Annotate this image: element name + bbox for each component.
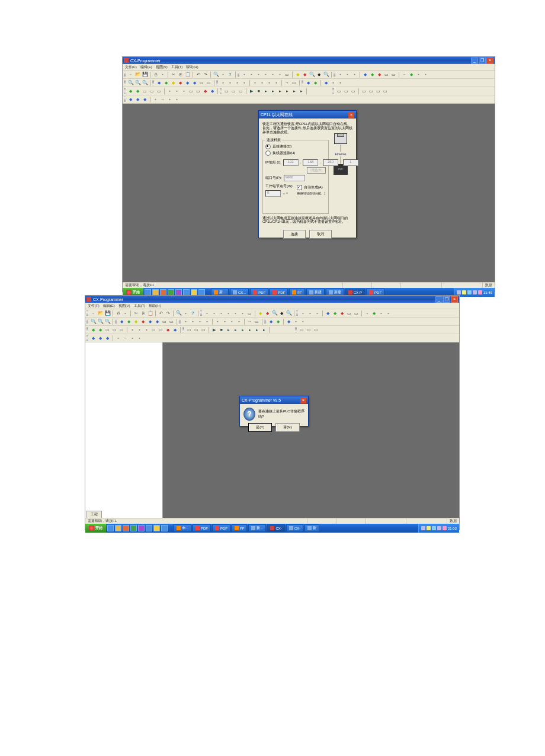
block-icon[interactable]: [254, 318, 260, 325]
search-icon[interactable]: [271, 310, 278, 316]
nav2-icon[interactable]: [134, 96, 141, 102]
func-icon[interactable]: [246, 310, 253, 316]
task-item[interactable]: 新...: [248, 524, 266, 532]
window-icon[interactable]: [383, 71, 390, 78]
insert-col-icon[interactable]: [266, 79, 272, 86]
set-icon[interactable]: [300, 318, 306, 325]
tray-icon[interactable]: [478, 290, 482, 294]
link-icon[interactable]: [337, 71, 344, 78]
online-icon[interactable]: [369, 71, 376, 78]
tray-icon[interactable]: [457, 290, 461, 294]
quicklaunch-icon[interactable]: [168, 289, 174, 296]
panel4-icon[interactable]: [140, 318, 146, 325]
contact-no-icon[interactable]: [241, 71, 248, 78]
paste-icon[interactable]: [147, 310, 153, 316]
error-icon[interactable]: [302, 71, 308, 78]
compare-icon[interactable]: [408, 71, 415, 78]
nav3-icon[interactable]: [104, 335, 111, 341]
coil-icon[interactable]: [255, 71, 262, 78]
panel6-icon[interactable]: [154, 318, 161, 325]
panel1-icon[interactable]: [156, 79, 162, 86]
sim3-icon[interactable]: [238, 88, 244, 94]
panel3-icon[interactable]: [170, 79, 177, 86]
transfer-icon[interactable]: [401, 71, 408, 78]
online-icon[interactable]: [332, 310, 338, 316]
zoom-in-icon[interactable]: [127, 79, 134, 86]
tray-icon[interactable]: [462, 290, 466, 294]
nav5-icon[interactable]: [122, 335, 129, 341]
upload-icon[interactable]: [378, 310, 384, 316]
nav6-icon[interactable]: [129, 335, 136, 341]
rung-left-icon[interactable]: [197, 318, 203, 325]
mem-icon[interactable]: [330, 79, 336, 86]
find-icon[interactable]: [213, 71, 219, 78]
align-icon[interactable]: [351, 71, 358, 78]
stop-icon[interactable]: [376, 71, 383, 78]
contact-no-icon[interactable]: [204, 310, 210, 316]
connect-button[interactable]: 连接: [283, 230, 306, 239]
coil-set-icon[interactable]: [225, 310, 232, 316]
contact-nc-icon[interactable]: [248, 71, 255, 78]
start-button[interactable]: 开始: [85, 524, 106, 533]
tray-icon[interactable]: [467, 290, 472, 294]
step-reset-icon[interactable]: [298, 88, 304, 94]
find-icon[interactable]: [175, 310, 182, 316]
step-end-icon[interactable]: [254, 326, 260, 333]
menu-view[interactable]: 视图(V): [118, 303, 130, 309]
delete-col-icon[interactable]: [236, 318, 242, 325]
rung-left-icon[interactable]: [234, 79, 241, 86]
quicklaunch-icon[interactable]: [152, 289, 159, 296]
trace-icon[interactable]: [150, 326, 157, 333]
force-on-icon[interactable]: [165, 326, 171, 333]
task-item[interactable]: FF: [232, 524, 247, 532]
tile-icon[interactable]: [353, 310, 360, 316]
grid-icon[interactable]: [344, 71, 351, 78]
tray-icon[interactable]: [443, 526, 447, 530]
open-icon[interactable]: [97, 310, 104, 316]
quicklaunch-icon[interactable]: [115, 525, 121, 531]
debug3-icon[interactable]: [104, 326, 111, 333]
step-over-icon[interactable]: [270, 88, 276, 94]
transfer-icon[interactable]: [364, 310, 370, 316]
bp-all-icon[interactable]: [143, 326, 150, 333]
vline-icon[interactable]: [239, 310, 246, 316]
tool-icon[interactable]: [220, 71, 226, 78]
step-in-icon[interactable]: [262, 88, 269, 94]
minimize-button[interactable]: _: [471, 57, 478, 64]
menu-view[interactable]: 视图(V): [156, 65, 168, 70]
search-icon[interactable]: [309, 71, 315, 78]
run-icon[interactable]: [248, 88, 255, 94]
task-item[interactable]: PDF: [212, 524, 230, 532]
task-item[interactable]: 新: [304, 524, 319, 532]
sim1-icon[interactable]: [186, 326, 193, 333]
block-icon[interactable]: [291, 79, 297, 86]
delete-row-icon[interactable]: [259, 79, 265, 86]
cut-icon[interactable]: [170, 71, 177, 78]
bp-icon[interactable]: [166, 88, 173, 94]
maximize-button[interactable]: ❐: [479, 57, 486, 64]
nav1-icon[interactable]: [90, 335, 97, 341]
task-item[interactable]: 未...: [174, 524, 191, 532]
quicklaunch-icon[interactable]: [175, 289, 182, 296]
task-item[interactable]: PDF: [193, 524, 211, 532]
workstation-input[interactable]: 0: [265, 190, 281, 197]
project-tab[interactable]: 工程: [86, 511, 102, 518]
mode-icon[interactable]: [325, 310, 331, 316]
hline-icon[interactable]: [270, 71, 276, 78]
step-reset-icon[interactable]: [261, 326, 267, 333]
extra5-icon[interactable]: [368, 88, 374, 94]
maximize-button[interactable]: ❐: [443, 296, 450, 303]
rung-up-icon[interactable]: [220, 79, 226, 86]
set-icon[interactable]: [337, 79, 344, 86]
tray-icon[interactable]: [473, 290, 477, 294]
zoom-in-icon[interactable]: [90, 318, 97, 325]
panel5-icon[interactable]: [184, 79, 191, 86]
debug4-icon[interactable]: [111, 326, 118, 333]
help-icon[interactable]: [190, 310, 196, 316]
monitor-icon[interactable]: [312, 79, 319, 86]
zoom-icon[interactable]: [323, 71, 329, 78]
flag-icon[interactable]: [278, 310, 285, 316]
nav7-icon[interactable]: [136, 335, 143, 341]
extra4-icon[interactable]: [361, 88, 367, 94]
menu-help[interactable]: 帮助(H): [186, 65, 198, 70]
